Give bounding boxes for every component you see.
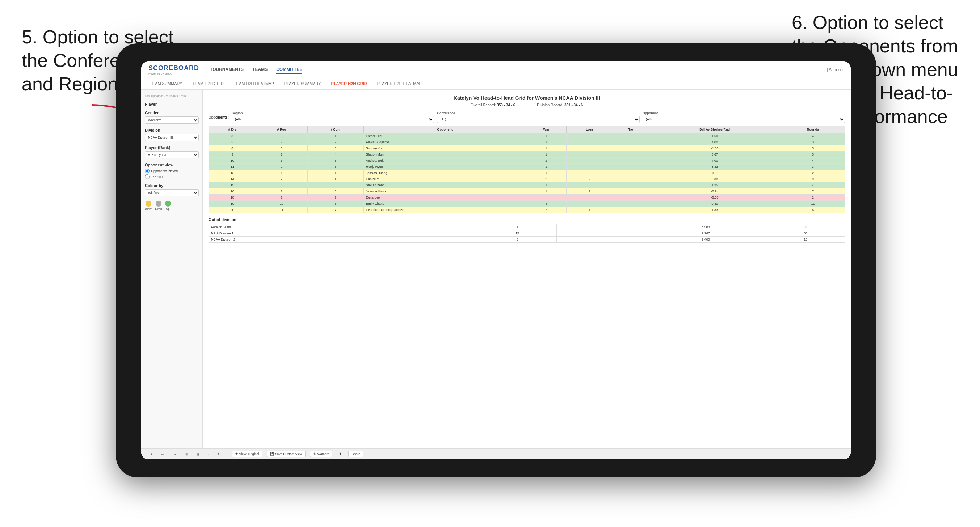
table-cell: 4: [307, 176, 363, 182]
main-content: Last Updated: 27/03/2024 16:34 Player Ge…: [141, 90, 851, 448]
out-of-division-title: Out of division: [208, 217, 845, 222]
table-cell: 8: [256, 182, 307, 189]
table-cell: 1: [256, 170, 307, 176]
tab-team-h2h-heatmap[interactable]: TEAM H2H HEATMAP: [232, 78, 275, 89]
sign-out-link[interactable]: | Sign out: [827, 68, 843, 72]
colour-by-select[interactable]: Win/loss: [145, 189, 199, 197]
table-cell: Heejo Hyun: [363, 164, 526, 170]
table-cell: 1.50: [648, 133, 781, 139]
table-cell: Jessica Mason: [363, 189, 526, 195]
last-updated: Last Updated: 27/03/2024 16:34: [145, 94, 199, 98]
table-cell: [557, 224, 601, 230]
table-cell: [566, 201, 613, 207]
page-title: Katelyn Vo Head-to-Head Grid for Women's…: [208, 95, 845, 101]
table-cell: [613, 164, 648, 170]
forward-button[interactable]: →: [171, 451, 179, 457]
region-filter-select[interactable]: (All): [232, 116, 434, 123]
conference-filter-select[interactable]: (All): [437, 116, 640, 123]
table-cell: 16: [209, 189, 256, 195]
table-cell: [566, 152, 613, 158]
export-button[interactable]: ⬆: [337, 451, 344, 457]
table-cell: [566, 145, 613, 152]
table-cell: 7: [781, 189, 845, 195]
sidebar-colour-by-section: Colour by Win/loss: [145, 183, 199, 197]
table-cell: 1: [526, 182, 566, 189]
table-cell: [613, 195, 648, 201]
table-cell: 4.00: [648, 139, 781, 145]
tab-team-h2h-grid[interactable]: TEAM H2H GRID: [191, 78, 225, 89]
undo-button[interactable]: ↺: [147, 451, 154, 457]
division-select[interactable]: NCAA Division III: [145, 134, 199, 141]
tab-player-h2h-heatmap[interactable]: PLAYER H2H HEATMAP: [376, 78, 423, 89]
legend-down-label: Down: [145, 207, 152, 211]
sidebar-gender-section: Gender Women's: [145, 111, 199, 124]
copy-button[interactable]: ⎘: [195, 451, 201, 457]
separator1: ·: [206, 451, 211, 457]
th-rounds: Rounds: [781, 126, 845, 133]
opponent-filter-select[interactable]: (All): [643, 116, 845, 123]
player-rank-select[interactable]: 8. Katelyn Vo: [145, 151, 199, 159]
table-cell: Euna Lee: [363, 195, 526, 201]
opponents-played-radio[interactable]: Opponents Played: [145, 168, 199, 173]
refresh-button[interactable]: ↻: [215, 451, 223, 457]
legend-up-label: Up: [166, 207, 169, 211]
table-cell: 2: [256, 139, 307, 145]
table-row: 1063Andrea York24.004: [209, 158, 845, 164]
table-cell: 2: [566, 176, 613, 182]
view-original-button[interactable]: 👁 View: Original: [232, 451, 262, 457]
top100-radio[interactable]: Top 100: [145, 175, 199, 179]
table-cell: 0.38: [648, 176, 781, 182]
back-button[interactable]: ←: [159, 451, 167, 457]
table-cell: 3: [307, 145, 363, 152]
filter-row: Opponents: Region (All) Conference (All): [208, 111, 845, 123]
table-cell: [613, 189, 648, 195]
table-row: 331Esther Lee11.504: [209, 133, 845, 139]
table-cell: 4: [781, 182, 845, 189]
table-row: 20117Federica Domecq Lacroze211.336: [209, 207, 845, 213]
table-cell: 10: [256, 201, 307, 207]
table-cell: 2: [526, 176, 566, 182]
opponents-filter-label: Opponents:: [208, 115, 229, 119]
table-row: 522Alexis Sudjianto14.003: [209, 139, 845, 145]
table-cell: 4.00: [648, 158, 781, 164]
main-table: # Div # Reg # Conf Opponent Win Loss Tie…: [208, 126, 845, 213]
nav-committee[interactable]: COMMITTEE: [276, 65, 302, 74]
table-cell: [526, 195, 566, 201]
sidebar-opponent-view-section: Opponent view Opponents Played Top 100: [145, 163, 199, 179]
table-cell: 9: [781, 176, 845, 182]
table-cell: Andrea York: [363, 158, 526, 164]
table-cell: 2: [307, 139, 363, 145]
table-cell: Stella Cheng: [363, 182, 526, 189]
table-cell: 1: [526, 133, 566, 139]
th-tie: Tie: [613, 126, 648, 133]
table-cell: [557, 230, 601, 237]
conference-filter-label: Conference: [437, 111, 640, 115]
toolbar: ↺ ← → ⊞ ⎘ · ↻ 👁 View: Original 💾 Save Cu…: [141, 448, 851, 459]
tab-player-h2h-grid[interactable]: PLAYER H2H GRID: [330, 78, 369, 89]
table-cell: 6: [307, 201, 363, 207]
grid-button[interactable]: ⊞: [183, 451, 191, 457]
conference-filter-col: Conference (All): [437, 111, 640, 123]
nav-tournaments[interactable]: TOURNAMENTS: [210, 65, 243, 74]
sub-nav: TEAM SUMMARY TEAM H2H GRID TEAM H2H HEAT…: [141, 78, 851, 90]
table-cell: 1: [526, 152, 566, 158]
tab-team-summary[interactable]: TEAM SUMMARY: [148, 78, 184, 89]
nav-teams[interactable]: TEAMS: [252, 65, 267, 74]
sidebar-gender-label: Gender: [145, 111, 199, 115]
tab-player-summary[interactable]: PLAYER SUMMARY: [283, 78, 323, 89]
watch-button[interactable]: 👁 Watch ▾: [310, 451, 332, 457]
table-cell: 4: [781, 158, 845, 164]
table-cell: [566, 164, 613, 170]
opponent-view-radio-group: Opponents Played Top 100: [145, 168, 199, 179]
table-cell: 11: [781, 201, 845, 207]
share-button[interactable]: Share: [348, 451, 363, 457]
table-cell: 18: [209, 195, 256, 201]
overall-record: Overall Record: 353 - 34 - 6: [471, 103, 515, 107]
gender-select[interactable]: Women's: [145, 116, 199, 124]
table-cell: 2: [307, 195, 363, 201]
record-row: Overall Record: 353 - 34 - 6 Division Re…: [208, 103, 845, 107]
table-cell: 2: [781, 170, 845, 176]
table-cell: 4: [307, 152, 363, 158]
save-custom-view-button[interactable]: 💾 Save Custom View: [267, 451, 305, 457]
table-cell: [566, 182, 613, 189]
